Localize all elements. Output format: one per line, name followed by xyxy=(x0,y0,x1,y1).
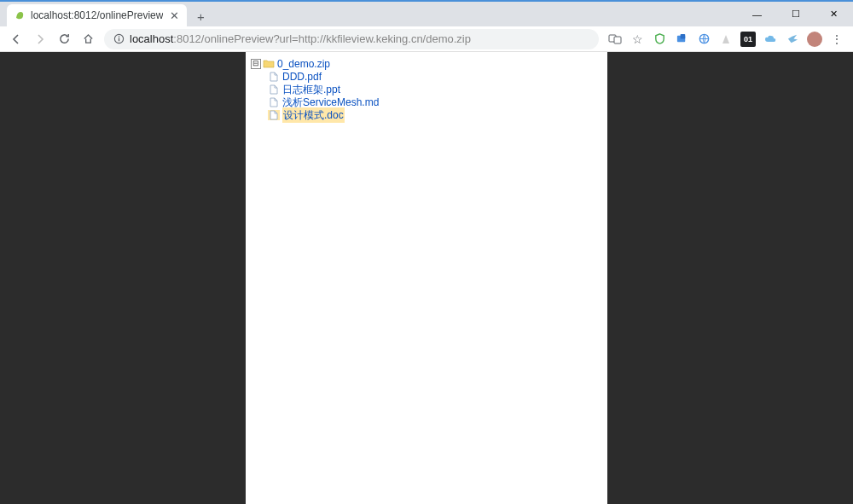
window-controls: — ☐ ✕ xyxy=(738,2,853,26)
browser-menu-icon[interactable]: ⋮ xyxy=(829,32,844,47)
new-tab-button[interactable]: + xyxy=(190,6,211,26)
profile-avatar[interactable] xyxy=(807,32,822,47)
file-tree: ⊟ 0_demo.zip DDD.pdf 日志框架.ppt xyxy=(251,57,607,121)
page-content: ⊟ 0_demo.zip DDD.pdf 日志框架.ppt xyxy=(246,52,607,504)
tree-children: DDD.pdf 日志框架.ppt 浅析ServiceMesh.md xyxy=(251,70,607,121)
browser-toolbar: localhost:8012/onlinePreview?url=http://… xyxy=(0,26,853,52)
site-info-icon[interactable] xyxy=(113,33,125,45)
browser-tab[interactable]: localhost:8012/onlinePreview ✕ xyxy=(7,4,187,26)
svg-rect-2 xyxy=(118,36,119,37)
tree-item-label[interactable]: 设计模式.doc xyxy=(282,107,345,123)
svg-rect-1 xyxy=(118,38,119,42)
url-path: :8012/onlinePreview?url=http://kkfilevie… xyxy=(173,32,471,45)
svg-rect-4 xyxy=(614,37,621,43)
extension-counter-badge[interactable]: 01 xyxy=(740,32,756,47)
extension-gray-icon[interactable] xyxy=(718,32,734,47)
extension-blue-icon[interactable] xyxy=(674,32,689,47)
window-minimize-button[interactable]: — xyxy=(738,2,776,26)
extension-globe-icon[interactable] xyxy=(696,32,711,47)
file-icon xyxy=(268,97,280,107)
folder-icon xyxy=(263,59,275,69)
translate-icon[interactable] xyxy=(607,32,623,47)
extension-bird-icon[interactable] xyxy=(785,32,800,47)
shield-icon[interactable] xyxy=(652,32,667,47)
tab-strip: localhost:8012/onlinePreview ✕ + — ☐ ✕ xyxy=(0,2,853,26)
tab-close-icon[interactable]: ✕ xyxy=(168,9,180,21)
bookmark-star-icon[interactable]: ☆ xyxy=(630,32,645,47)
file-icon xyxy=(268,110,280,120)
file-icon xyxy=(268,72,280,82)
extension-icons: ☆ 01 ⋮ xyxy=(604,32,848,47)
nav-back-button[interactable] xyxy=(5,28,27,50)
window-maximize-button[interactable]: ☐ xyxy=(776,2,815,26)
address-bar[interactable]: localhost:8012/onlinePreview?url=http://… xyxy=(104,29,599,49)
tab-favicon-icon xyxy=(14,9,26,21)
nav-reload-button[interactable] xyxy=(53,28,75,50)
address-bar-text: localhost:8012/onlinePreview?url=http://… xyxy=(130,32,590,45)
svg-rect-6 xyxy=(680,34,685,39)
extension-cloud-icon[interactable] xyxy=(763,32,778,47)
window-close-button[interactable]: ✕ xyxy=(815,2,853,26)
tree-item[interactable]: 设计模式.doc xyxy=(268,108,607,121)
nav-forward-button[interactable] xyxy=(29,28,51,50)
file-icon xyxy=(268,84,280,95)
url-host: localhost xyxy=(130,32,173,45)
nav-home-button[interactable] xyxy=(77,28,99,50)
viewport: ⊟ 0_demo.zip DDD.pdf 日志框架.ppt xyxy=(0,52,853,504)
tree-collapse-icon[interactable]: ⊟ xyxy=(251,59,261,69)
tab-title: localhost:8012/onlinePreview xyxy=(31,9,163,21)
